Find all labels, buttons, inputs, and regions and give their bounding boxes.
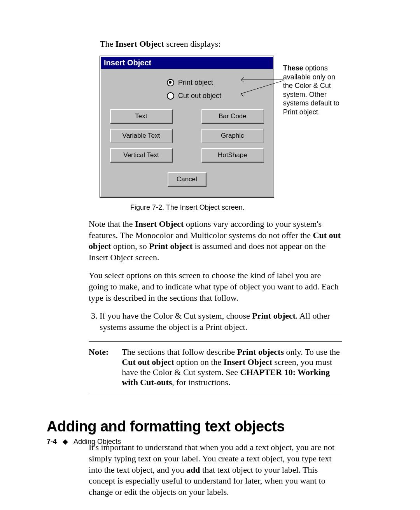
footer-diamond-icon: ◆ <box>63 438 68 445</box>
n-c: only. To use the <box>284 347 340 357</box>
radio-selected-icon <box>167 79 174 86</box>
text-button[interactable]: Text <box>110 109 172 123</box>
n-d: option on the <box>174 357 224 367</box>
p1-d: option, so <box>111 241 149 251</box>
page-number: 7-4 <box>47 438 57 445</box>
p3-b: add <box>186 465 200 475</box>
n-b1: Print objects <box>237 347 284 357</box>
p1-b3: Print object <box>149 241 192 251</box>
graphic-button[interactable]: Graphic <box>201 129 264 143</box>
radio-cutout-option[interactable]: Cut out object <box>167 89 264 102</box>
insert-object-dialog: Insert Object Print object Cut out objec… <box>100 56 274 197</box>
p1-a: Note that the <box>89 219 135 229</box>
intro-line: The Insert Object screen displays: <box>100 39 342 49</box>
intro-pre: The <box>100 39 116 49</box>
p1-b1: Insert Object <box>135 219 184 229</box>
note-text: The sections that follow describe Print … <box>122 347 342 387</box>
footer-section: Adding Objects <box>74 438 121 445</box>
hotshape-button[interactable]: HotShape <box>201 148 264 162</box>
radio-unselected-icon <box>167 92 174 100</box>
side-note-bold: These <box>283 64 303 72</box>
radio-print-option[interactable]: Print object <box>167 76 264 89</box>
section-heading: Adding and formatting text objects <box>47 418 342 435</box>
s3-b: Print object <box>252 311 296 321</box>
step-3: If you have the Color & Cut system, choo… <box>100 310 342 333</box>
cancel-button[interactable]: Cancel <box>168 172 206 186</box>
page-footer: 7-4 ◆ Adding Objects <box>47 437 121 446</box>
n-b2: Cut out object <box>122 357 174 367</box>
barcode-button[interactable]: Bar Code <box>201 109 264 123</box>
dialog-titlebar: Insert Object <box>101 57 273 69</box>
intro-post: screen displays: <box>164 39 220 49</box>
s3-a: If you have the Color & Cut system, choo… <box>100 311 252 321</box>
radio-cutout-label: Cut out object <box>178 89 221 102</box>
side-note: These options available only on the Colo… <box>283 64 342 116</box>
n-a: The sections that follow describe <box>122 347 237 357</box>
paragraph-3: It's important to understand that when y… <box>89 442 342 498</box>
note-block: Note: The sections that follow describe … <box>89 341 342 393</box>
variable-text-button[interactable]: Variable Text <box>110 129 172 143</box>
paragraph-2: You select options on this screen to cho… <box>89 270 342 303</box>
n-b3: Insert Object <box>224 357 272 367</box>
step-list: If you have the Color & Cut system, choo… <box>89 310 342 333</box>
n-f: , for instructions. <box>172 377 230 387</box>
figure-caption: Figure 7-2. The Insert Object screen. <box>130 203 342 212</box>
vertical-text-button[interactable]: Vertical Text <box>110 148 172 162</box>
note-label: Note: <box>89 347 108 387</box>
paragraph-1: Note that the Insert Object options vary… <box>89 219 342 263</box>
intro-bold: Insert Object <box>116 39 164 49</box>
radio-print-label: Print object <box>178 76 213 89</box>
